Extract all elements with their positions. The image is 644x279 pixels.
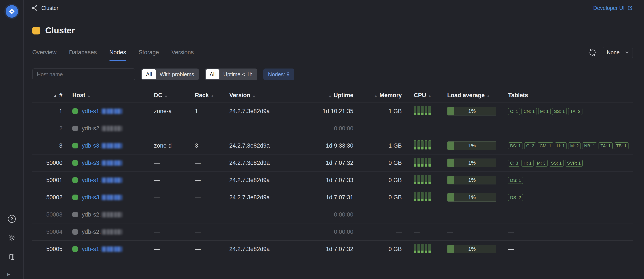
tablet-badge[interactable]: TB: 1 <box>614 142 628 149</box>
tablet-badge[interactable]: M: 3 <box>535 160 548 167</box>
node-row: 50001ydb-s1.——24.2.7.3e82d9a1d 7:07:330 … <box>32 171 633 189</box>
refresh-button[interactable] <box>588 48 598 58</box>
column-header-memory[interactable]: ▲Memory <box>361 88 407 103</box>
cell-host: ydb-s3. <box>64 189 154 206</box>
settings-gear-icon[interactable] <box>7 233 16 242</box>
censored-host-suffix <box>102 160 122 166</box>
load-average-bar: 1% <box>447 107 496 115</box>
ydb-logo[interactable] <box>6 5 18 18</box>
tablet-badge[interactable]: SS: 1 <box>552 108 567 115</box>
tablet-badge[interactable]: M: 2 <box>568 142 581 149</box>
cell-memory: 1 GB <box>361 103 407 120</box>
column-header-uptime[interactable]: ▲Uptime <box>311 88 361 103</box>
cell-rack: 1 <box>195 103 229 120</box>
tablet-badge[interactable]: H: 1 <box>522 160 533 167</box>
cell-memory: 0 GB <box>361 171 407 189</box>
column-header-col[interactable]: ▲# <box>32 88 64 103</box>
cell-node-id: 1 <box>32 103 64 120</box>
tab-overview[interactable]: Overview <box>32 44 57 61</box>
cell-cpu <box>407 240 442 258</box>
tablet-badge[interactable]: DS: 2 <box>508 194 523 201</box>
tablet-badge[interactable]: SS: 1 <box>549 160 564 167</box>
tab-versions[interactable]: Versions <box>172 44 194 61</box>
load-average-fill <box>448 193 454 201</box>
breadcrumb-label[interactable]: Cluster <box>41 5 58 11</box>
main-area: Cluster Developer UI Cluster Overview Da <box>24 0 644 279</box>
load-average-value: 1% <box>468 194 476 200</box>
tabs: Overview Databases Nodes Storage Version… <box>32 44 194 61</box>
host-link[interactable]: ydb-s1. <box>82 177 101 183</box>
tab-storage[interactable]: Storage <box>139 44 159 61</box>
tablet-badge[interactable]: C: 1 <box>508 108 520 115</box>
nodes-count-badge: Nodes: 9 <box>263 69 294 80</box>
cpu-bar <box>414 244 416 253</box>
help-icon[interactable]: ? <box>7 214 16 223</box>
tablet-badge[interactable]: C: 2 <box>524 142 536 149</box>
sidebar-expand-icon[interactable]: ▸ <box>7 271 10 277</box>
column-label: # <box>59 92 62 98</box>
tabs-right-controls: None <box>588 47 633 58</box>
tablet-badge[interactable]: CN: 1 <box>522 108 536 115</box>
node-row: 50002ydb-s3.——24.2.7.3e82d9a1d 7:07:310 … <box>32 189 633 206</box>
tablet-badge[interactable]: C: 3 <box>508 160 520 167</box>
tablet-badge[interactable]: M: 1 <box>538 108 551 115</box>
host-name-input[interactable] <box>32 69 135 80</box>
cell-load-average: — <box>442 223 496 240</box>
tablet-badge[interactable]: TA: 1 <box>598 142 612 149</box>
developer-ui-link[interactable]: Developer UI <box>593 5 633 11</box>
cell-uptime: 0:00:00 <box>311 206 361 223</box>
column-header-load-average[interactable]: Load average▲ <box>442 88 496 103</box>
autorefresh-select[interactable]: None <box>603 47 633 58</box>
node-row: 50003ydb-s2.——0:00:00———— <box>32 206 633 223</box>
column-header-tablets[interactable]: Tablets <box>496 88 633 103</box>
app-root: ? ▸ <box>0 0 644 279</box>
cpu-bar <box>428 244 431 253</box>
tablet-badge[interactable]: H: 1 <box>555 142 567 149</box>
host-link[interactable]: ydb-s1. <box>82 108 101 114</box>
sidebar: ? ▸ <box>0 0 24 279</box>
content: Cluster Overview Databases Nodes Storage… <box>24 16 644 258</box>
tab-nodes[interactable]: Nodes <box>110 44 126 61</box>
cell-node-id: 50002 <box>32 189 64 206</box>
cell-tablets: C: 3H: 1M: 3SS: 1SVP: 1 <box>496 154 633 171</box>
host-link[interactable]: ydb-s3. <box>82 160 101 166</box>
uptime-filter-lt-1h[interactable]: Uptime < 1h <box>220 69 256 79</box>
column-label: Host <box>72 92 85 98</box>
cell-version: 24.2.7.3e82d9a <box>229 171 311 189</box>
exit-door-icon[interactable] <box>7 252 16 261</box>
load-average-fill <box>448 245 454 253</box>
tab-databases[interactable]: Databases <box>69 44 97 61</box>
sort-icon: ▲ <box>487 94 490 97</box>
cpu-usage-meter <box>414 140 431 150</box>
censored-host-suffix <box>102 143 122 148</box>
cell-memory: — <box>361 223 407 240</box>
column-header-rack[interactable]: Rack▲ <box>195 88 229 103</box>
tablet-badge[interactable]: TA: 2 <box>568 108 582 115</box>
load-average-bar: 1% <box>447 159 496 167</box>
column-header-cpu[interactable]: CPU▲ <box>407 88 442 103</box>
cell-dc: — <box>154 189 195 206</box>
sort-icon: ▲ <box>428 94 431 97</box>
cell-uptime: 1d 7:07:32 <box>311 154 361 171</box>
problems-filter-all[interactable]: All <box>142 69 156 79</box>
host-link[interactable]: ydb-s1. <box>82 246 101 252</box>
tablet-badge[interactable]: NB: 1 <box>582 142 597 149</box>
host-link[interactable]: ydb-s3. <box>82 194 101 201</box>
node-row: 50005ydb-s1.——24.2.7.3e82d9a1d 7:07:320 … <box>32 240 633 258</box>
uptime-filter-all[interactable]: All <box>206 69 220 79</box>
tablet-badge[interactable]: CM: 1 <box>538 142 553 149</box>
cpu-bar <box>414 192 416 201</box>
node-status-indicator <box>72 126 78 131</box>
column-header-version[interactable]: Version▲ <box>229 88 311 103</box>
cell-uptime: 0:00:00 <box>311 223 361 240</box>
column-header-dc[interactable]: DC▲ <box>154 88 195 103</box>
cell-host: ydb-s1. <box>64 171 154 189</box>
tablet-badge[interactable]: BS: 1 <box>508 142 523 149</box>
column-header-host[interactable]: Host▲ <box>64 88 154 103</box>
tablet-badge[interactable]: SVP: 1 <box>565 160 583 167</box>
host-link[interactable]: ydb-s3. <box>82 142 101 149</box>
cpu-bar <box>428 106 431 115</box>
table-header-row: ▲#Host▲DC▲Rack▲Version▲▲Uptime▲MemoryCPU… <box>32 88 633 103</box>
problems-filter-with-problems[interactable]: With problems <box>156 69 198 79</box>
tablet-badge[interactable]: DS: 1 <box>508 177 523 184</box>
